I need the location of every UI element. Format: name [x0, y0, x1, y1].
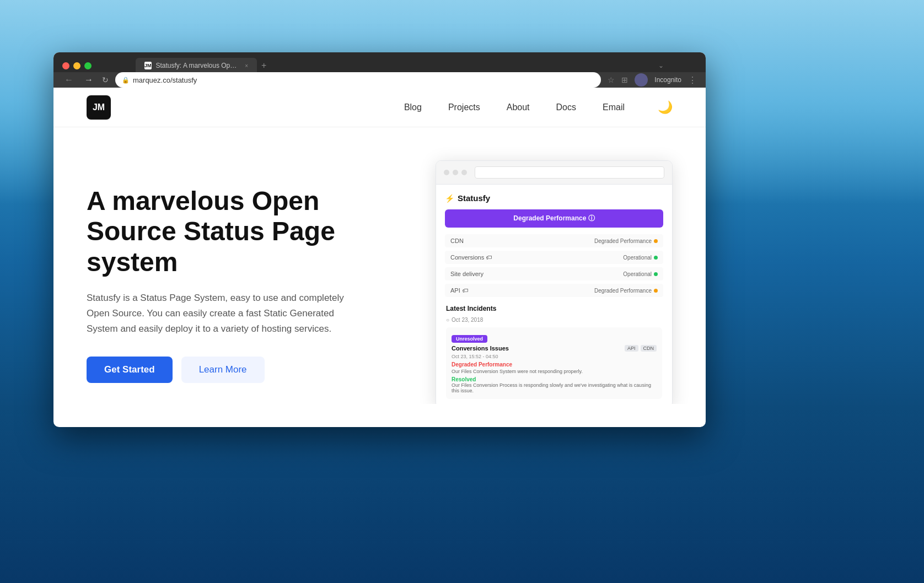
- service-status: Degraded Performance: [594, 288, 658, 294]
- service-status: Operational: [623, 255, 658, 261]
- status-dot-degraded: [654, 239, 658, 243]
- nav-email[interactable]: Email: [603, 102, 625, 112]
- hero-title: A marvelous Open Source Status Page syst…: [87, 186, 409, 277]
- new-tab-button[interactable]: +: [261, 61, 266, 71]
- status-label: Degraded Performance: [594, 288, 652, 294]
- profile-button[interactable]: [635, 73, 648, 87]
- browser-tab[interactable]: JM Statusfy: A marvelous Open S... ×: [136, 58, 257, 73]
- app-mockup: ⚡ Statusfy Degraded Performance ⓘ CDN De…: [436, 160, 673, 404]
- hero-description: Statusfy is a Status Page System, easy t…: [87, 290, 351, 337]
- tab-close-button[interactable]: ×: [245, 63, 248, 69]
- nav-blog[interactable]: Blog: [404, 102, 422, 112]
- learn-more-button[interactable]: Learn More: [181, 357, 265, 383]
- incident-tags: API CDN: [625, 345, 657, 352]
- close-window-button[interactable]: [62, 62, 69, 69]
- hero-buttons: Get Started Learn More: [87, 357, 409, 383]
- incident-desc: Our Files Conversion System were not res…: [452, 369, 657, 374]
- browser-toolbar: ← → ↻ 🔒 marquez.co/statusfy ☆ ⊞ Incognit…: [53, 72, 706, 88]
- incident-tag-cdn: CDN: [641, 345, 657, 352]
- mockup-dot-1: [444, 170, 449, 175]
- browser-titlebar: JM Statusfy: A marvelous Open S... × + ⌄: [53, 52, 706, 72]
- nav-links: Blog Projects About Docs Email: [404, 102, 625, 112]
- browser-window: JM Statusfy: A marvelous Open S... × + ⌄…: [53, 52, 706, 427]
- service-status: Degraded Performance: [594, 238, 658, 244]
- incident-meta: Oct 23, 15:52 - 04:50: [452, 354, 657, 359]
- incident-resolved-label: Resolved: [452, 376, 657, 382]
- bookmark-icon[interactable]: ☆: [608, 75, 615, 84]
- status-dot-operational: [654, 272, 658, 276]
- incognito-label: Incognito: [654, 76, 681, 84]
- status-dot-degraded: [654, 289, 658, 293]
- mockup-body: ⚡ Statusfy Degraded Performance ⓘ CDN De…: [436, 185, 672, 404]
- minimize-window-button[interactable]: [73, 62, 80, 69]
- mockup-service-row: Conversions 🏷 Operational: [445, 251, 663, 264]
- service-name: API 🏷: [450, 287, 468, 294]
- status-label: Operational: [623, 255, 652, 261]
- forward-button[interactable]: →: [82, 74, 95, 86]
- mockup-service-row: CDN Degraded Performance: [445, 234, 663, 247]
- incident-date: ○ Oct 23, 2018: [446, 317, 662, 323]
- tab-bar: JM Statusfy: A marvelous Open S... × + ⌄: [103, 58, 697, 73]
- incidents-title: Latest Incidents: [446, 305, 662, 312]
- reload-button[interactable]: ↻: [102, 75, 109, 84]
- site-nav: JM Blog Projects About Docs Email 🌙: [53, 88, 706, 127]
- service-status: Operational: [623, 271, 658, 277]
- hero-screenshot: ⚡ Statusfy Degraded Performance ⓘ CDN De…: [409, 160, 673, 404]
- mockup-logo-row: ⚡ Statusfy: [445, 193, 663, 203]
- status-dot-operational: [654, 256, 658, 260]
- mockup-logo-text: Statusfy: [458, 193, 490, 203]
- tab-title: Statusfy: A marvelous Open S...: [156, 62, 239, 69]
- incident-resolved-desc: Our Files Conversion Process is respondi…: [452, 382, 657, 393]
- dark-mode-button[interactable]: 🌙: [658, 100, 673, 115]
- mockup-status-banner: Degraded Performance ⓘ: [445, 209, 663, 228]
- mockup-dot-2: [453, 170, 458, 175]
- mockup-urlbar: [475, 166, 664, 179]
- mockup-logo-icon: ⚡: [445, 194, 454, 203]
- mockup-services: CDN Degraded Performance Conversions 🏷 O…: [445, 234, 663, 297]
- browser-chrome: JM Statusfy: A marvelous Open S... × + ⌄…: [53, 52, 706, 88]
- page-content: JM Blog Projects About Docs Email 🌙 A ma…: [53, 88, 706, 404]
- toolbar-actions: ☆ ⊞ Incognito ⋮: [608, 73, 697, 87]
- traffic-lights: [62, 62, 92, 69]
- hero-section: A marvelous Open Source Status Page syst…: [53, 127, 706, 404]
- status-label: Degraded Performance: [594, 238, 652, 244]
- site-logo[interactable]: JM: [87, 95, 111, 120]
- lock-icon: 🔒: [122, 77, 130, 84]
- mockup-titlebar: [436, 161, 672, 185]
- status-label: Operational: [623, 271, 652, 277]
- maximize-window-button[interactable]: [84, 62, 92, 69]
- incident-name: Conversions Issues: [452, 345, 509, 352]
- more-options-button[interactable]: ⋮: [688, 75, 697, 85]
- service-name: Site delivery: [450, 271, 484, 277]
- mockup-service-row: API 🏷 Degraded Performance: [445, 284, 663, 297]
- nav-projects[interactable]: Projects: [448, 102, 480, 112]
- nav-about[interactable]: About: [507, 102, 530, 112]
- tab-favicon: JM: [144, 62, 152, 69]
- extensions-icon[interactable]: ⊞: [621, 75, 628, 84]
- tab-expand-icon[interactable]: ⌄: [658, 62, 664, 69]
- mockup-dot-3: [461, 170, 467, 175]
- incident-status-label: Degraded Performance: [452, 361, 657, 368]
- service-name: Conversions 🏷: [450, 254, 492, 261]
- service-name: CDN: [450, 237, 464, 244]
- incident-card: Unresolved Conversions Issues API CDN Oc…: [446, 327, 662, 399]
- back-button[interactable]: ←: [62, 74, 76, 86]
- hero-text: A marvelous Open Source Status Page syst…: [87, 186, 409, 383]
- incident-tag-api: API: [625, 345, 638, 352]
- address-text: marquez.co/statusfy: [133, 76, 594, 84]
- mockup-incidents: Latest Incidents ○ Oct 23, 2018 Unresolv…: [445, 305, 663, 399]
- mockup-service-row: Site delivery Operational: [445, 267, 663, 280]
- nav-docs[interactable]: Docs: [556, 102, 576, 112]
- get-started-button[interactable]: Get Started: [87, 357, 173, 383]
- incident-title-row: Conversions Issues API CDN: [452, 345, 657, 352]
- incident-tag: Unresolved: [452, 335, 487, 343]
- address-bar[interactable]: 🔒 marquez.co/statusfy: [115, 72, 601, 88]
